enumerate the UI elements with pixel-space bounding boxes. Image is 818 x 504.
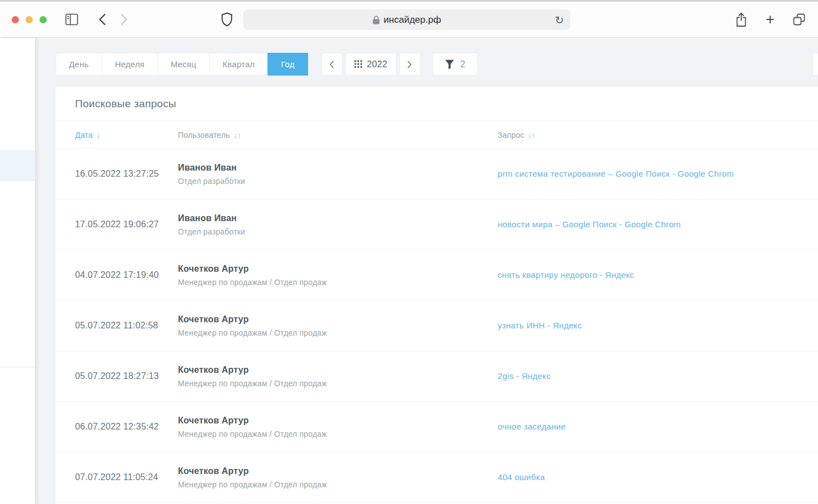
query-link[interactable]: prm система тестирование – Google Поиск … (498, 169, 734, 178)
period-tab[interactable]: Неделя (101, 53, 158, 76)
table-header: Дата↓ Пользователь↓↑ Запрос↓↑ (56, 121, 818, 149)
filter-funnel-icon (445, 59, 454, 69)
table-row[interactable]: 17.05.2022 19:06:27 Иванов Иван Отдел ра… (56, 199, 818, 250)
lock-icon (373, 16, 380, 24)
plus-icon: + (766, 12, 775, 27)
tab-overview-button[interactable] (792, 12, 806, 27)
row-user: Иванов Иван Отдел разработки (178, 163, 498, 186)
row-date: 17.05.2022 19:06:27 (75, 219, 159, 229)
row-user: Кочетков Артур Менеджер по продажам / От… (178, 416, 498, 438)
user-name: Кочетков Артур (178, 315, 498, 325)
user-role: Менеджер по продажам / Отдел продаж (178, 480, 498, 489)
period-tabs-group: День Неделя Месяц Квартал Год (56, 53, 308, 76)
query-link[interactable]: снять квартиру недорого - Яндекс (498, 270, 634, 280)
zoom-window-button[interactable] (39, 16, 47, 23)
query-link[interactable]: узнать ИНН - Яндекс (498, 321, 582, 330)
next-year-button[interactable] (399, 53, 420, 76)
window-top-edge (0, 0, 818, 2)
address-url: инсайдер.рф (384, 14, 441, 26)
address-bar[interactable]: инсайдер.рф ↻ (243, 9, 571, 30)
table-row[interactable]: 07.07.2022 11:05:24 Кочетков Артур Менед… (56, 452, 818, 503)
table-body: 16.05.2022 13:27:25 Иванов Иван Отдел ра… (56, 149, 818, 503)
forward-icon (120, 13, 128, 26)
row-date: 04.07.2022 17:19:40 (75, 270, 159, 280)
chevron-right-icon (407, 61, 412, 68)
period-tab[interactable]: Квартал (209, 53, 268, 76)
year-navigator: 2022 (321, 53, 420, 76)
sidebar-divider (0, 367, 35, 367)
sidebar-active-item[interactable] (0, 150, 35, 181)
selected-year: 2022 (367, 59, 388, 69)
row-user: Кочетков Артур Менеджер по продажам / От… (178, 264, 498, 287)
user-role: Отдел разработки (178, 177, 498, 186)
sidebar-toggle-button[interactable] (64, 13, 79, 26)
sort-desc-icon[interactable]: ↓ (97, 131, 101, 139)
table-row[interactable]: 04.07.2022 17:19:40 Кочетков Артур Менед… (56, 250, 818, 301)
tabs-icon (792, 13, 806, 26)
query-link[interactable]: 2gis - Яндекс (498, 371, 551, 381)
column-header-user[interactable]: Пользователь (178, 131, 230, 139)
user-name: Кочетков Артур (178, 416, 498, 426)
table-row[interactable]: 05.07.2022 11:02:58 Кочетков Артур Менед… (56, 301, 818, 351)
column-header-date[interactable]: Дата (75, 131, 93, 139)
user-name: Иванов Иван (178, 163, 498, 173)
browser-toolbar: инсайдер.рф ↻ + (0, 0, 818, 38)
user-role: Отдел разработки (178, 227, 498, 236)
user-name: Кочетков Артур (178, 365, 498, 375)
table-row[interactable]: 06.07.2022 12:35:42 Кочетков Артур Менед… (56, 402, 818, 452)
search-queries-panel: Поисковые запросы Дата↓ Пользователь↓↑ З… (56, 87, 818, 504)
row-user: Кочетков Артур Менеджер по продажам / От… (178, 315, 498, 337)
row-user: Кочетков Артур Менеджер по продажам / От… (178, 365, 498, 388)
user-name: Иванов Иван (178, 213, 498, 223)
chevron-left-icon (329, 61, 334, 68)
user-role: Менеджер по продажам / Отдел продаж (178, 328, 498, 337)
share-icon (735, 12, 747, 27)
forward-button[interactable] (117, 12, 131, 27)
prev-year-button[interactable] (321, 53, 343, 76)
sidebar-icon (65, 13, 78, 26)
row-date: 05.07.2022 18:27:13 (75, 371, 159, 381)
query-link[interactable]: 404 ошибка (498, 472, 545, 482)
minimize-window-button[interactable] (26, 16, 33, 23)
year-select-button[interactable]: 2022 (345, 53, 396, 76)
table-row[interactable]: 05.07.2022 18:27:13 Кочетков Артур Менед… (56, 351, 818, 402)
new-tab-button[interactable]: + (763, 12, 777, 27)
period-tab[interactable]: Год (267, 53, 308, 76)
table-row[interactable]: 16.05.2022 13:27:25 Иванов Иван Отдел ра… (56, 149, 818, 199)
row-date: 06.07.2022 12:35:42 (75, 422, 159, 431)
period-tab[interactable]: День (56, 53, 102, 76)
share-button[interactable] (734, 12, 748, 27)
row-user: Кочетков Артур Менеджер по продажам / От… (178, 466, 498, 489)
back-icon (98, 13, 106, 26)
user-role: Менеджер по продажам / Отдел продаж (178, 379, 498, 388)
query-link[interactable]: новости мира – Google Поиск - Google Chr… (498, 219, 681, 229)
period-controls: День Неделя Месяц Квартал Год (56, 53, 478, 76)
row-date: 05.07.2022 11:02:58 (75, 321, 158, 330)
close-window-button[interactable] (12, 16, 19, 23)
row-user: Иванов Иван Отдел разработки (178, 213, 498, 236)
query-link[interactable]: очное заседание (498, 422, 566, 431)
panel-title: Поисковые запросы (56, 87, 818, 121)
sort-both-icon[interactable]: ↓↑ (234, 131, 241, 139)
user-role: Менеджер по продажам / Отдел продаж (178, 278, 498, 287)
reload-icon[interactable]: ↻ (555, 14, 564, 25)
user-name: Кочетков Артур (178, 466, 498, 476)
row-date: 07.07.2022 11:05:24 (75, 472, 158, 482)
period-tab[interactable]: Месяц (157, 53, 210, 76)
sort-both-icon[interactable]: ↓↑ (528, 131, 536, 139)
back-button[interactable] (96, 12, 109, 27)
cutoff-edge-button[interactable] (812, 53, 818, 76)
calendar-grid-icon (354, 60, 363, 68)
user-role: Менеджер по продажам / Отдел продаж (178, 430, 498, 438)
app-sidebar (0, 38, 35, 504)
column-header-query[interactable]: Запрос (498, 131, 524, 139)
user-name: Кочетков Артур (178, 264, 498, 274)
row-date: 16.05.2022 13:27:25 (75, 169, 159, 178)
filter-count-badge: 2 (460, 59, 465, 69)
filter-button[interactable]: 2 (433, 53, 478, 76)
app-page: День Неделя Месяц Квартал Год (0, 38, 818, 504)
shield-icon (221, 12, 232, 27)
privacy-report-button[interactable] (220, 12, 234, 27)
